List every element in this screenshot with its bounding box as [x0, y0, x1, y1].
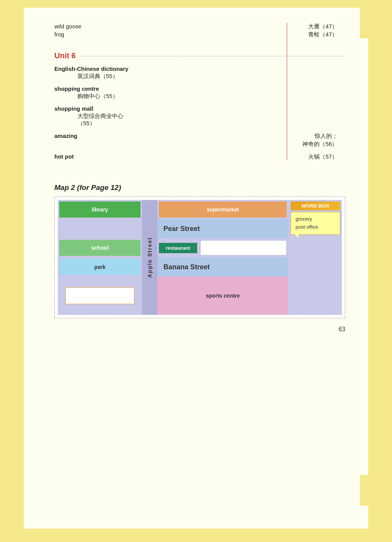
- vocab-chinese-frog: 青蛙（47）: [139, 31, 345, 38]
- unit6-heading-row: Unit 6: [54, 44, 345, 65]
- map-grid: library Apple Street supermarket WORD BO…: [58, 200, 342, 315]
- map-cell-restaurant: restaurant: [159, 243, 197, 253]
- map-wrapper: library Apple Street supermarket WORD BO…: [54, 196, 345, 318]
- map-apple-street: Apple Street: [142, 200, 157, 315]
- unit6-heading: Unit 6: [54, 51, 345, 60]
- vocab-english-shopping-centre: shopping centre: [54, 85, 139, 92]
- page-number: 63: [54, 326, 345, 333]
- corner-tab-bottom: [360, 475, 375, 506]
- vocab-chinese-shopping-centre-indent: 购物中心（55）: [54, 93, 139, 100]
- unit6-title: Unit 6: [54, 51, 76, 60]
- vocab-chinese-ec-dict-indent: 英汉词典（55）: [54, 73, 139, 80]
- vocab-english-hot-pot: hot pot: [54, 153, 139, 160]
- map-restaurant-row: restaurant: [157, 238, 288, 257]
- vocab-chinese-shopping-mall-indent: 大型综合商业中心（55）: [54, 113, 139, 127]
- vocab-chinese-wild-goose: 大雁（47）: [139, 23, 345, 30]
- map-restaurant-blank: [200, 240, 287, 255]
- spacer: [54, 39, 345, 43]
- spacer3: [54, 101, 345, 105]
- vocab-english-shopping-mall: shopping mall: [54, 105, 139, 112]
- corner-tab-top: [360, 8, 375, 38]
- map-pear-street: Pear Street: [157, 219, 288, 238]
- spacer4: [54, 128, 345, 132]
- vocab-chinese-amazing: 惊人的；: [139, 133, 345, 140]
- map-bottom-left-box: [65, 287, 134, 304]
- map-cell-supermarket: supermarket: [159, 201, 287, 218]
- vocab-english-wild-goose: wild goose: [54, 23, 139, 29]
- map-cell-library: library: [59, 201, 140, 218]
- map-title: Map 2 (for Page 12): [54, 183, 345, 192]
- spacer5: [54, 149, 345, 152]
- word-box-item-post-office: post office: [296, 224, 318, 230]
- map-banana-street: Banana Street: [157, 257, 288, 277]
- map-bottom-left-empty: [58, 277, 142, 315]
- map-cell-school: school: [59, 240, 140, 256]
- vocab-section-top: wild goose 大雁（47） frog 青蛙（47） Unit 6 Eng…: [54, 23, 345, 160]
- vertical-divider: [287, 23, 287, 160]
- word-box-empty: [288, 277, 342, 315]
- word-box-label: WORD BOX: [291, 201, 340, 210]
- map-section: Map 2 (for Page 12) library Apple Street…: [54, 183, 345, 318]
- vocab-chinese-hot-pot: 火锅（57）: [139, 153, 345, 160]
- spacer2: [54, 81, 345, 85]
- map-sports-centre: sports centre: [157, 277, 288, 315]
- word-box-container: WORD BOX grocery post office: [288, 200, 342, 277]
- unit6-dots: [80, 56, 345, 56]
- vocab-table-top: wild goose 大雁（47） frog 青蛙（47） Unit 6 Eng…: [54, 23, 345, 160]
- word-box-content: grocery post office: [291, 212, 340, 235]
- word-box-item-grocery: grocery: [296, 216, 312, 222]
- vocab-chinese-amazing-indent: 神奇的（56）: [139, 141, 345, 148]
- map-cell-park: park: [59, 259, 140, 275]
- page-container: wild goose 大雁（47） frog 青蛙（47） Unit 6 Eng…: [24, 8, 368, 529]
- vocab-english-ec-dict: English-Chinese dictionary: [54, 65, 139, 72]
- vocab-english-amazing: amazing: [54, 133, 139, 139]
- map-left-empty-2: [58, 219, 142, 238]
- vocab-english-frog: frog: [54, 31, 139, 38]
